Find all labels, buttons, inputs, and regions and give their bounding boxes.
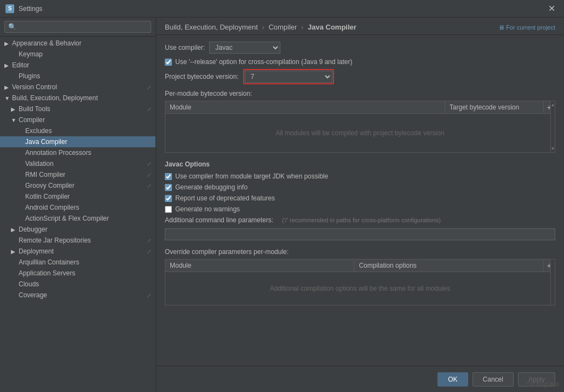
search-box <box>0 18 156 37</box>
sidebar-item-build-execution[interactable]: ▼ Build, Execution, Deployment <box>0 93 156 103</box>
table-scrollbar: ▲ ▼ <box>550 101 555 152</box>
sidebar-item-excludes[interactable]: Excludes <box>0 125 156 136</box>
scroll-down-arrow[interactable]: ▼ <box>550 145 556 152</box>
expand-arrow: ▶ <box>4 41 10 47</box>
sidebar-item-rmi[interactable]: RMI Compiler ⤢ <box>0 169 156 180</box>
javac-option-2: Report use of deprecated features <box>165 194 555 202</box>
window-title: Settings <box>19 5 545 13</box>
sidebar-item-debugger[interactable]: ▶ Debugger <box>0 224 156 235</box>
ok-button[interactable]: OK <box>438 372 468 387</box>
col-module: Module <box>165 101 445 113</box>
sidebar-item-kotlin[interactable]: Kotlin Compiler <box>0 191 156 202</box>
sidebar-item-label: Excludes <box>25 127 52 135</box>
javac-checkbox-2[interactable] <box>165 195 172 202</box>
sidebar-item-coverage[interactable]: Coverage ⤢ <box>0 290 156 301</box>
sidebar-item-clouds[interactable]: Clouds <box>0 279 156 290</box>
expand-arrow <box>11 270 16 276</box>
expand-arrow <box>18 216 23 222</box>
compiler-select[interactable]: Javac <box>209 42 280 54</box>
sidebar-item-label: Build, Execution, Deployment <box>12 94 98 102</box>
ext-icon: ⤢ <box>147 106 151 112</box>
bytecode-select-wrapper: 7 <box>243 69 334 84</box>
ext-icon: ⤢ <box>147 139 151 145</box>
search-input[interactable] <box>4 21 151 33</box>
javac-checkbox-0[interactable] <box>165 173 172 180</box>
main-header: Build, Execution, Deployment › Compiler … <box>156 18 564 35</box>
sidebar-item-compiler[interactable]: ▼ Compiler <box>0 114 156 125</box>
override-col-compilation: Compilation options <box>354 260 543 272</box>
table-body: All modules will be compiled with projec… <box>165 114 555 152</box>
javac-option-3: Generate no warnings <box>165 205 555 213</box>
sidebar-item-android[interactable]: Android Compilers <box>0 202 156 213</box>
sidebar-item-java-compiler[interactable]: Java Compiler ⤢ <box>0 136 156 147</box>
sidebar-item-appearance-behavior[interactable]: ▶ Appearance & Behavior <box>0 38 156 49</box>
main-content: ▶ Appearance & Behavior Keymap ▶ Editor … <box>0 18 564 392</box>
javac-option-1: Generate debugging info <box>165 183 555 191</box>
for-project-link[interactable]: 🖥 For current project <box>498 24 555 31</box>
expand-arrow <box>11 238 16 244</box>
cancel-button[interactable]: Cancel <box>473 372 514 387</box>
sidebar-item-remote-jar[interactable]: Remote Jar Repositories ⤢ <box>0 235 156 246</box>
settings-tree: ▶ Appearance & Behavior Keymap ▶ Editor … <box>0 37 156 392</box>
javac-option-0: Use compiler from module target JDK when… <box>165 172 555 180</box>
expand-arrow <box>18 150 23 156</box>
override-table: Module Compilation options + Additional … <box>165 259 555 305</box>
sidebar-item-version-control[interactable]: ▶ Version Control ⤢ <box>0 82 156 93</box>
javac-option-label-1: Generate debugging info <box>175 183 248 191</box>
javac-option-label-2: Report use of deprecated features <box>175 194 275 202</box>
sidebar-item-label: Validation <box>25 160 54 168</box>
sidebar-item-label: Application Servers <box>19 269 75 277</box>
expand-arrow: ▶ <box>4 62 10 68</box>
sidebar-item-label: Clouds <box>19 280 39 288</box>
sidebar-item-app-servers[interactable]: Application Servers <box>0 268 156 279</box>
expand-arrow: ▼ <box>4 95 10 101</box>
javac-option-label-0: Use compiler from module target JDK when… <box>175 172 328 180</box>
javac-checkbox-3[interactable] <box>165 206 172 213</box>
module-table: Module Target bytecode version + All mod… <box>165 101 555 153</box>
sidebar: ▶ Appearance & Behavior Keymap ▶ Editor … <box>0 18 156 392</box>
ext-icon: ⤢ <box>147 292 151 298</box>
sidebar-item-plugins[interactable]: Plugins <box>0 71 156 82</box>
additional-params-note: ('/' recommended in paths for cross-plat… <box>282 217 441 223</box>
watermark: CSDN @草琦 <box>526 381 560 389</box>
sidebar-item-label: Appearance & Behavior <box>12 39 82 47</box>
breadcrumb-part3: Java Compiler <box>308 23 356 31</box>
sidebar-item-editor[interactable]: ▶ Editor <box>0 60 156 71</box>
use-release-checkbox[interactable] <box>165 59 172 66</box>
expand-arrow: ▶ <box>11 249 16 255</box>
sidebar-item-label: Editor <box>12 61 29 69</box>
sidebar-item-validation[interactable]: Validation ⤢ <box>0 158 156 169</box>
expand-arrow <box>11 281 16 287</box>
sidebar-item-label: Java Compiler <box>25 138 67 146</box>
sidebar-item-build-tools[interactable]: ▶ Build Tools ⤢ <box>0 103 156 114</box>
expand-arrow <box>18 205 23 211</box>
titlebar: S Settings ✕ <box>0 0 564 18</box>
additional-params-input[interactable] <box>165 228 555 240</box>
main-panel: Build, Execution, Deployment › Compiler … <box>156 18 564 392</box>
close-button[interactable]: ✕ <box>545 2 559 15</box>
per-module-label: Per-module bytecode version: <box>165 90 555 97</box>
param-row: Additional command line parameters: ('/'… <box>165 216 555 224</box>
override-empty-message: Additional compilation options will be t… <box>270 285 451 292</box>
override-body: Additional compilation options will be t… <box>165 272 555 305</box>
sidebar-item-label: Deployment <box>19 247 54 255</box>
sidebar-item-keymap[interactable]: Keymap <box>0 49 156 60</box>
sidebar-item-label: Remote Jar Repositories <box>19 237 91 244</box>
ext-icon: ⤢ <box>147 249 151 255</box>
sidebar-item-label: Annotation Processors <box>25 149 91 157</box>
sidebar-item-label: Coverage <box>19 291 47 299</box>
scroll-up-arrow[interactable]: ▲ <box>550 101 556 108</box>
sidebar-item-label: Version Control <box>12 83 57 91</box>
ext-icon: ⤢ <box>147 183 151 189</box>
sidebar-item-actionscript[interactable]: ActionScript & Flex Compiler <box>0 213 156 224</box>
sidebar-item-deployment[interactable]: ▶ Deployment ⤢ <box>0 246 156 257</box>
bytecode-select[interactable]: 7 <box>245 71 332 83</box>
sidebar-item-label: ActionScript & Flex Compiler <box>25 215 109 222</box>
sidebar-item-arquillian[interactable]: Arquillian Containers <box>0 257 156 268</box>
javac-checkbox-1[interactable] <box>165 184 172 191</box>
bytecode-row: Project bytecode version: 7 <box>165 69 555 84</box>
sidebar-item-groovy[interactable]: Groovy Compiler ⤢ <box>0 180 156 191</box>
breadcrumb-part2: Compiler <box>268 23 297 31</box>
sidebar-item-annotation[interactable]: Annotation Processors <box>0 147 156 158</box>
use-compiler-label: Use compiler: <box>165 44 205 51</box>
